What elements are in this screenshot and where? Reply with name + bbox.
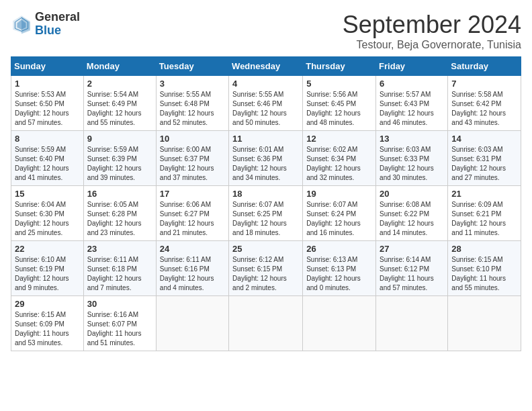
calendar-week-row: 8Sunrise: 5:59 AM Sunset: 6:40 PM Daylig… bbox=[11, 131, 521, 186]
table-row: 1Sunrise: 5:53 AM Sunset: 6:50 PM Daylig… bbox=[11, 76, 84, 131]
col-sunday: Sunday bbox=[11, 57, 84, 76]
day-info: Sunrise: 6:09 AM Sunset: 6:21 PM Dayligh… bbox=[451, 200, 517, 238]
table-row: 26Sunrise: 6:13 AM Sunset: 6:13 PM Dayli… bbox=[303, 241, 376, 296]
day-number: 18 bbox=[232, 189, 299, 199]
day-number: 21 bbox=[451, 189, 517, 199]
table-row: 23Sunrise: 6:11 AM Sunset: 6:18 PM Dayli… bbox=[83, 241, 156, 296]
day-number: 2 bbox=[87, 79, 152, 89]
day-info: Sunrise: 6:12 AM Sunset: 6:15 PM Dayligh… bbox=[232, 255, 299, 293]
day-number: 16 bbox=[87, 189, 152, 199]
page-header: General Blue September 2024 Testour, Bej… bbox=[11, 11, 521, 51]
table-row: 12Sunrise: 6:02 AM Sunset: 6:34 PM Dayli… bbox=[303, 131, 376, 186]
table-row: 30Sunrise: 6:16 AM Sunset: 6:07 PM Dayli… bbox=[83, 296, 156, 351]
day-info: Sunrise: 6:07 AM Sunset: 6:24 PM Dayligh… bbox=[306, 200, 372, 238]
day-info: Sunrise: 5:58 AM Sunset: 6:42 PM Dayligh… bbox=[451, 90, 517, 128]
table-row: 2Sunrise: 5:54 AM Sunset: 6:49 PM Daylig… bbox=[83, 76, 156, 131]
table-row: 10Sunrise: 6:00 AM Sunset: 6:37 PM Dayli… bbox=[156, 131, 228, 186]
day-info: Sunrise: 5:54 AM Sunset: 6:49 PM Dayligh… bbox=[87, 90, 152, 128]
day-info: Sunrise: 6:00 AM Sunset: 6:37 PM Dayligh… bbox=[160, 145, 225, 183]
table-row: 22Sunrise: 6:10 AM Sunset: 6:19 PM Dayli… bbox=[11, 241, 84, 296]
col-monday: Monday bbox=[83, 57, 156, 76]
day-number: 9 bbox=[87, 134, 152, 144]
day-info: Sunrise: 5:53 AM Sunset: 6:50 PM Dayligh… bbox=[15, 90, 80, 128]
table-row bbox=[448, 296, 521, 351]
day-info: Sunrise: 5:56 AM Sunset: 6:45 PM Dayligh… bbox=[306, 90, 372, 128]
day-info: Sunrise: 6:15 AM Sunset: 6:09 PM Dayligh… bbox=[15, 310, 80, 348]
day-info: Sunrise: 6:16 AM Sunset: 6:07 PM Dayligh… bbox=[87, 310, 152, 348]
calendar-table: Sunday Monday Tuesday Wednesday Thursday… bbox=[11, 56, 521, 351]
day-number: 25 bbox=[232, 244, 299, 254]
day-info: Sunrise: 6:05 AM Sunset: 6:28 PM Dayligh… bbox=[87, 200, 152, 238]
logo-text: General Blue bbox=[35, 11, 80, 38]
day-number: 24 bbox=[160, 244, 225, 254]
table-row bbox=[156, 296, 228, 351]
table-row: 25Sunrise: 6:12 AM Sunset: 6:15 PM Dayli… bbox=[229, 241, 303, 296]
day-number: 19 bbox=[306, 189, 372, 199]
day-number: 4 bbox=[232, 79, 299, 89]
day-number: 27 bbox=[380, 244, 444, 254]
calendar-week-row: 29Sunrise: 6:15 AM Sunset: 6:09 PM Dayli… bbox=[11, 296, 521, 351]
table-row: 14Sunrise: 6:03 AM Sunset: 6:31 PM Dayli… bbox=[448, 131, 521, 186]
col-thursday: Thursday bbox=[303, 57, 376, 76]
table-row: 20Sunrise: 6:08 AM Sunset: 6:22 PM Dayli… bbox=[376, 186, 448, 241]
day-info: Sunrise: 6:10 AM Sunset: 6:19 PM Dayligh… bbox=[15, 255, 80, 293]
day-info: Sunrise: 6:11 AM Sunset: 6:18 PM Dayligh… bbox=[87, 255, 152, 293]
calendar-week-row: 1Sunrise: 5:53 AM Sunset: 6:50 PM Daylig… bbox=[11, 76, 521, 131]
calendar-week-row: 15Sunrise: 6:04 AM Sunset: 6:30 PM Dayli… bbox=[11, 186, 521, 241]
day-number: 3 bbox=[160, 79, 225, 89]
day-info: Sunrise: 6:07 AM Sunset: 6:25 PM Dayligh… bbox=[232, 200, 299, 238]
day-number: 23 bbox=[87, 244, 152, 254]
day-number: 14 bbox=[451, 134, 517, 144]
col-saturday: Saturday bbox=[448, 57, 521, 76]
logo-icon bbox=[11, 13, 32, 35]
table-row: 7Sunrise: 5:58 AM Sunset: 6:42 PM Daylig… bbox=[448, 76, 521, 131]
table-row: 21Sunrise: 6:09 AM Sunset: 6:21 PM Dayli… bbox=[448, 186, 521, 241]
col-wednesday: Wednesday bbox=[229, 57, 303, 76]
day-number: 12 bbox=[306, 134, 372, 144]
table-row: 8Sunrise: 5:59 AM Sunset: 6:40 PM Daylig… bbox=[11, 131, 84, 186]
table-row: 15Sunrise: 6:04 AM Sunset: 6:30 PM Dayli… bbox=[11, 186, 84, 241]
day-info: Sunrise: 6:15 AM Sunset: 6:10 PM Dayligh… bbox=[451, 255, 517, 293]
day-number: 11 bbox=[232, 134, 299, 144]
day-info: Sunrise: 6:04 AM Sunset: 6:30 PM Dayligh… bbox=[15, 200, 80, 238]
table-row: 4Sunrise: 5:55 AM Sunset: 6:46 PM Daylig… bbox=[229, 76, 303, 131]
table-row: 24Sunrise: 6:11 AM Sunset: 6:16 PM Dayli… bbox=[156, 241, 228, 296]
table-row: 29Sunrise: 6:15 AM Sunset: 6:09 PM Dayli… bbox=[11, 296, 84, 351]
logo: General Blue bbox=[11, 11, 80, 38]
table-row: 3Sunrise: 5:55 AM Sunset: 6:48 PM Daylig… bbox=[156, 76, 228, 131]
day-info: Sunrise: 5:55 AM Sunset: 6:46 PM Dayligh… bbox=[232, 90, 299, 128]
day-number: 17 bbox=[160, 189, 225, 199]
table-row bbox=[303, 296, 376, 351]
logo-blue-text: Blue bbox=[35, 24, 80, 38]
day-number: 20 bbox=[380, 189, 444, 199]
calendar-week-row: 22Sunrise: 6:10 AM Sunset: 6:19 PM Dayli… bbox=[11, 241, 521, 296]
table-row: 17Sunrise: 6:06 AM Sunset: 6:27 PM Dayli… bbox=[156, 186, 228, 241]
day-number: 6 bbox=[380, 79, 444, 89]
table-row bbox=[376, 296, 448, 351]
table-row: 19Sunrise: 6:07 AM Sunset: 6:24 PM Dayli… bbox=[303, 186, 376, 241]
day-info: Sunrise: 6:14 AM Sunset: 6:12 PM Dayligh… bbox=[380, 255, 444, 293]
day-info: Sunrise: 5:55 AM Sunset: 6:48 PM Dayligh… bbox=[160, 90, 225, 128]
table-row: 9Sunrise: 5:59 AM Sunset: 6:39 PM Daylig… bbox=[83, 131, 156, 186]
day-number: 7 bbox=[451, 79, 517, 89]
day-info: Sunrise: 6:06 AM Sunset: 6:27 PM Dayligh… bbox=[160, 200, 225, 238]
day-info: Sunrise: 6:13 AM Sunset: 6:13 PM Dayligh… bbox=[306, 255, 372, 293]
table-row: 18Sunrise: 6:07 AM Sunset: 6:25 PM Dayli… bbox=[229, 186, 303, 241]
day-info: Sunrise: 5:57 AM Sunset: 6:43 PM Dayligh… bbox=[380, 90, 444, 128]
day-info: Sunrise: 5:59 AM Sunset: 6:40 PM Dayligh… bbox=[15, 145, 80, 183]
day-number: 28 bbox=[451, 244, 517, 254]
day-info: Sunrise: 6:03 AM Sunset: 6:31 PM Dayligh… bbox=[451, 145, 517, 183]
calendar-header-row: Sunday Monday Tuesday Wednesday Thursday… bbox=[11, 57, 521, 76]
table-row: 16Sunrise: 6:05 AM Sunset: 6:28 PM Dayli… bbox=[83, 186, 156, 241]
col-friday: Friday bbox=[376, 57, 448, 76]
day-number: 10 bbox=[160, 134, 225, 144]
table-row: 5Sunrise: 5:56 AM Sunset: 6:45 PM Daylig… bbox=[303, 76, 376, 131]
table-row bbox=[229, 296, 303, 351]
day-info: Sunrise: 6:08 AM Sunset: 6:22 PM Dayligh… bbox=[380, 200, 444, 238]
table-row: 6Sunrise: 5:57 AM Sunset: 6:43 PM Daylig… bbox=[376, 76, 448, 131]
day-info: Sunrise: 6:11 AM Sunset: 6:16 PM Dayligh… bbox=[160, 255, 225, 293]
location-title: Testour, Beja Governorate, Tunisia bbox=[343, 39, 521, 51]
table-row: 27Sunrise: 6:14 AM Sunset: 6:12 PM Dayli… bbox=[376, 241, 448, 296]
title-block: September 2024 Testour, Beja Governorate… bbox=[343, 11, 521, 51]
day-number: 8 bbox=[15, 134, 80, 144]
